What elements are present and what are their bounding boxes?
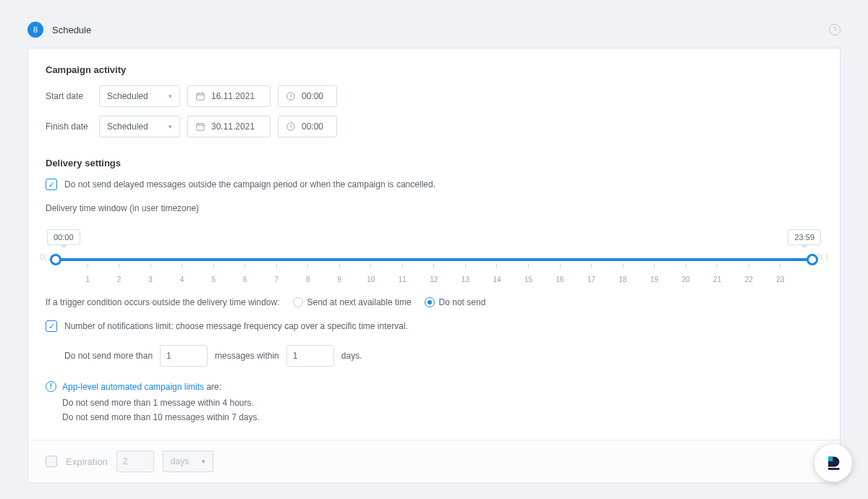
slider-tick-label: 15	[524, 276, 532, 283]
slider-tick-label: 13	[461, 276, 469, 283]
app-limits-suffix: are:	[204, 382, 221, 392]
help-icon[interactable]: ?	[829, 24, 841, 35]
start-mode-value: Scheduled	[107, 91, 148, 101]
slider-tick-label: 19	[650, 276, 658, 283]
start-mode-select[interactable]: Scheduled ▾	[99, 85, 180, 107]
slider-tick-label: 12	[430, 276, 438, 283]
page-title: Schedule	[52, 25, 91, 35]
svg-rect-4	[828, 457, 833, 461]
radio-send-next[interactable]: Send at next available time	[293, 297, 412, 307]
delivery-window-slider[interactable]: 0( ) 2( ) 00:00 23:59 123456789101112131…	[50, 226, 818, 293]
radio-icon	[293, 297, 303, 307]
chevron-down-icon: ▾	[169, 93, 172, 100]
svg-rect-5	[828, 468, 839, 470]
start-time-value: 00:00	[302, 91, 323, 101]
slider-tick-label: 17	[587, 276, 595, 283]
start-time-picker[interactable]: 00:00	[278, 85, 337, 107]
freq-text-b: messages within	[215, 351, 279, 361]
slider-tick-label: 7	[274, 276, 278, 283]
finish-time-picker[interactable]: 00:00	[278, 116, 337, 137]
slider-tick-label: 1	[85, 276, 90, 283]
clock-icon	[286, 121, 296, 132]
schedule-panel: Campaign activity Start date Scheduled ▾…	[27, 48, 841, 483]
finish-date-row: Finish date Scheduled ▾ 30.11.2021 00:00	[46, 116, 822, 137]
slider-tick-label: 23	[776, 276, 784, 283]
app-limits-link[interactable]: App-level automated campaign limits	[62, 382, 204, 392]
radio-icon	[425, 297, 435, 307]
start-date-value: 16.11.2021	[211, 91, 255, 101]
freq-limit-checkbox[interactable]: ✓	[46, 320, 57, 332]
svg-rect-0	[197, 93, 205, 100]
freq-text-a: Do not send more than	[64, 351, 153, 361]
app-limit-line-1: Do not send more than 1 message within 4…	[62, 398, 822, 408]
radio-do-not-send[interactable]: Do not send	[425, 297, 486, 307]
slider-tick-label: 5	[211, 276, 216, 283]
slider-tick-label: 3	[148, 276, 153, 283]
expiration-value-input	[116, 451, 154, 472]
campaign-activity-title: Campaign activity	[46, 64, 822, 75]
start-date-picker[interactable]: 16.11.2021	[187, 85, 271, 107]
finish-mode-select[interactable]: Scheduled ▾	[99, 116, 180, 137]
no-delayed-checkbox[interactable]: ✓	[46, 179, 57, 190]
freq-text-c: days.	[341, 351, 362, 361]
step-badge: 8	[27, 22, 43, 38]
calendar-icon	[195, 121, 205, 132]
radio-do-not-send-label: Do not send	[439, 297, 486, 307]
finish-date-picker[interactable]: 30.11.2021	[187, 116, 271, 137]
slider-tick-label: 22	[745, 276, 753, 283]
expiration-unit-select: days ▾	[163, 451, 213, 472]
chevron-down-icon: ▾	[169, 123, 172, 130]
finish-date-value: 30.11.2021	[211, 121, 255, 132]
delivery-window-label: Delivery time window (in user timezone)	[46, 203, 822, 213]
slider-tick-label: 16	[556, 276, 563, 283]
finish-date-label: Finish date	[46, 121, 92, 132]
info-icon: !	[46, 381, 56, 392]
slider-tick-label: 2	[117, 276, 122, 283]
slider-tick-label: 14	[493, 276, 501, 283]
expiration-unit-value: days	[171, 456, 189, 466]
brand-fab[interactable]	[814, 444, 852, 482]
slider-tick-label: 4	[180, 276, 184, 283]
no-delayed-label: Do not send delayed messages outside the…	[64, 179, 435, 189]
calendar-icon	[195, 91, 205, 101]
slider-tick-label: 18	[619, 276, 627, 283]
clock-icon	[286, 91, 296, 101]
app-limit-line-2: Do not send more than 10 messages within…	[62, 412, 822, 422]
slider-tick-label: 10	[367, 276, 375, 283]
start-date-label: Start date	[46, 91, 92, 101]
brand-logo-icon	[823, 453, 843, 473]
expiration-label: Expiration	[66, 456, 108, 467]
freq-limit-label: Number of notifications limit: choose me…	[64, 321, 408, 331]
slider-tick-label: 21	[713, 276, 721, 283]
radio-send-next-label: Send at next available time	[307, 297, 412, 307]
delivery-settings-title: Delivery settings	[46, 158, 822, 169]
slider-tick-label: 6	[243, 276, 247, 283]
slider-ticks: 1234567891011121314151617181920212223	[56, 258, 812, 263]
freq-messages-input[interactable]	[160, 345, 208, 367]
freq-days-input[interactable]	[286, 345, 334, 367]
finish-time-value: 00:00	[302, 121, 323, 132]
chevron-down-icon: ▾	[202, 458, 205, 465]
start-date-row: Start date Scheduled ▾ 16.11.2021 00:00	[46, 85, 822, 107]
slider-tick-label: 20	[682, 276, 690, 283]
slider-tooltip-from: 00:00	[47, 229, 80, 245]
slider-tick-label: 8	[306, 276, 310, 283]
expiration-checkbox[interactable]	[46, 456, 57, 467]
slider-tick-label: 11	[399, 276, 407, 283]
svg-rect-2	[197, 124, 205, 130]
outside-window-label: If a trigger condition occurs outside th…	[46, 297, 280, 307]
slider-tick-label: 9	[338, 276, 342, 283]
slider-tooltip-to: 23:59	[788, 229, 821, 245]
finish-mode-value: Scheduled	[107, 121, 148, 132]
